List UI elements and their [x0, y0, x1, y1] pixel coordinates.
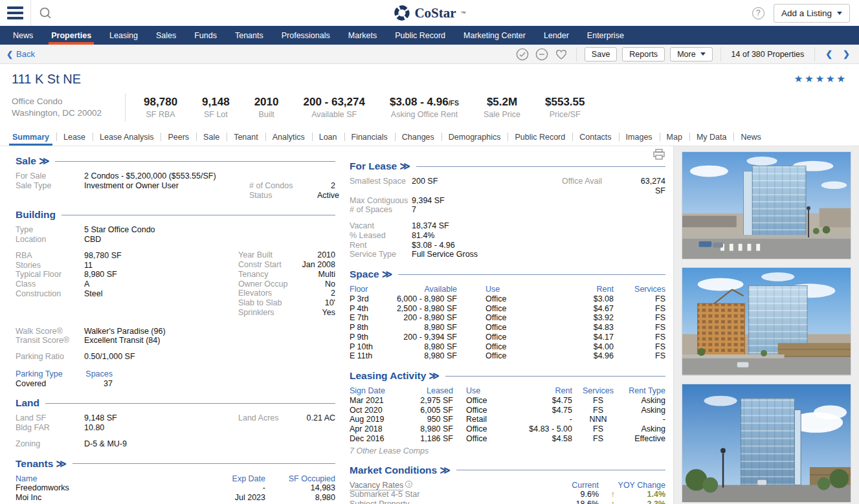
column-header: Use: [457, 285, 554, 294]
favorite-heart-icon[interactable]: [554, 47, 568, 61]
top-bar: CoStar™ ? Add a Listing: [0, 0, 859, 26]
nav-item-funds[interactable]: Funds: [185, 26, 226, 45]
parking-table: Parking Type Spaces Covered 37: [16, 369, 335, 389]
chevron-left-icon: ❮: [6, 50, 13, 59]
tab-tenant[interactable]: Tenant: [227, 128, 265, 146]
nav-item-markets[interactable]: Markets: [339, 26, 386, 45]
tab-financials[interactable]: Financials: [344, 128, 395, 146]
help-icon[interactable]: ?: [405, 481, 412, 488]
property-photo-2[interactable]: [682, 267, 851, 375]
leasing-activity-table: Sign Date Leased Use Rent Services Rent …: [350, 386, 665, 455]
nav-item-public-record[interactable]: Public Record: [386, 26, 454, 45]
leasing-activity-row[interactable]: Apr 20188,980 SFOffice$4.83 - 5.00FSAski…: [350, 424, 665, 434]
nav-item-enterprise[interactable]: Enterprise: [578, 26, 633, 45]
tab-lease-analysis[interactable]: Lease Analysis: [93, 128, 161, 146]
print-icon[interactable]: [653, 149, 665, 163]
field-label: # of Condos: [249, 181, 317, 191]
tab-loan[interactable]: Loan: [312, 128, 344, 146]
tab-lease[interactable]: Lease: [56, 128, 93, 146]
for-lease-section-link[interactable]: For Lease ≫: [350, 160, 410, 172]
sale-section: For Sale 2 Condos - $5,200,000 ($553.55/…: [16, 171, 335, 200]
more-label: More: [677, 50, 695, 59]
vacancy-rates-label[interactable]: Vacancy Rates?: [350, 481, 518, 490]
column-header: Leased: [401, 386, 453, 396]
leasing-activity-section-link[interactable]: Leasing Activity ≫: [350, 370, 440, 382]
leasing-activity-row[interactable]: Dec 20161,186 SFOffice$4.58FSEffective: [350, 434, 665, 444]
summary-left-column: Sale ≫ For Sale 2 Condos - $5,200,000 ($…: [16, 146, 335, 504]
tab-sale[interactable]: Sale: [196, 128, 227, 146]
tab-my-data[interactable]: My Data: [689, 128, 734, 146]
for-lease-section-heading: For Lease ≫: [350, 160, 665, 172]
tab-peers[interactable]: Peers: [161, 128, 196, 146]
field-value: Active: [317, 191, 339, 201]
property-photo-3[interactable]: [682, 384, 851, 503]
space-section-heading: Space ≫: [350, 268, 665, 280]
nav-item-professionals[interactable]: Professionals: [273, 26, 339, 45]
help-icon[interactable]: ?: [752, 7, 764, 19]
leasing-activity-section-heading: Leasing Activity ≫: [350, 370, 665, 382]
market-conditions-section-heading: Market Conditions ≫: [350, 465, 665, 476]
building-section-heading: Building: [16, 209, 335, 221]
add-a-listing-button[interactable]: Add a Listing: [774, 4, 850, 23]
summary-right-column: For Lease ≫ Smallest Space 200 SF Office…: [350, 146, 665, 504]
property-photo-1[interactable]: [682, 151, 851, 259]
field-value: 2: [317, 181, 335, 191]
tab-contacts[interactable]: Contacts: [572, 128, 618, 146]
next-property-button[interactable]: ❯: [840, 49, 853, 59]
column-header: Rent: [554, 285, 614, 294]
parking-ratio: Parking Ratio0.50/1,000 SF: [16, 352, 335, 362]
save-button[interactable]: Save: [585, 47, 618, 61]
tab-images[interactable]: Images: [619, 128, 660, 146]
nav-item-news[interactable]: News: [4, 26, 42, 45]
stat-built: 2010 Built: [254, 96, 279, 119]
nav-item-lender[interactable]: Lender: [535, 26, 578, 45]
tab-public-record[interactable]: Public Record: [508, 128, 572, 146]
search-icon[interactable]: [31, 6, 60, 19]
other-lease-comps-note: 7 Other Lease Comps: [350, 446, 665, 455]
column-header: Current: [518, 481, 599, 490]
sale-section-heading: Sale ≫: [16, 155, 335, 167]
confirm-circle-icon[interactable]: [515, 47, 530, 61]
nav-item-leasing[interactable]: Leasing: [100, 26, 147, 45]
market-conditions-section-link[interactable]: Market Conditions ≫: [350, 465, 451, 476]
tab-changes[interactable]: Changes: [395, 128, 441, 146]
space-row[interactable]: P 8th8,980 SFOffice$4.83FS: [350, 323, 665, 333]
field-label: Sale Type: [16, 181, 84, 191]
leasing-activity-row[interactable]: Aug 2019950 SFRetail-NNN-: [350, 415, 665, 424]
nav-item-marketing-center[interactable]: Marketing Center: [454, 26, 535, 45]
exclude-circle-icon[interactable]: [535, 47, 549, 61]
divider: [125, 93, 126, 122]
nav-item-tenants[interactable]: Tenants: [226, 26, 273, 45]
costar-logo[interactable]: CoStar™: [393, 5, 465, 21]
space-row[interactable]: E 11th8,980 SFOffice$4.96FS: [350, 351, 665, 361]
for-lease-section: Smallest Space 200 SF Office Avail 63,27…: [350, 177, 665, 259]
tab-summary[interactable]: Summary: [5, 128, 56, 146]
arrow-up-icon: ↑: [599, 499, 627, 504]
space-row[interactable]: P 4th2,500 - 8,980 SFOffice$4.67FS: [350, 304, 665, 314]
column-header: Exp Date: [188, 474, 265, 484]
tab-map[interactable]: Map: [660, 128, 689, 146]
more-button[interactable]: More: [670, 47, 712, 61]
space-row[interactable]: P 10th8,980 SFOffice$4.00FS: [350, 342, 665, 352]
space-row[interactable]: P 3rd6,000 - 8,980 SFOffice$3.08FS: [350, 294, 665, 304]
leasing-activity-row[interactable]: Mar 20212,975 SFOffice$4.75FSAsking: [350, 396, 665, 406]
tenants-section-link[interactable]: Tenants ≫: [16, 458, 67, 470]
previous-property-button[interactable]: ❮: [823, 49, 835, 59]
tenant-row[interactable]: Freedomworks - 14,983: [16, 483, 335, 493]
reports-button[interactable]: Reports: [622, 47, 665, 61]
back-button[interactable]: ❮ Back: [6, 49, 35, 59]
tab-analytics[interactable]: Analytics: [265, 128, 312, 146]
nav-item-sales[interactable]: Sales: [147, 26, 185, 45]
sale-section-link[interactable]: Sale ≫: [16, 155, 49, 167]
leasing-activity-row[interactable]: Oct 20206,005 SFOffice$4.75FSAsking: [350, 406, 665, 415]
tab-news[interactable]: News: [733, 128, 768, 146]
nav-item-properties[interactable]: Properties: [42, 26, 100, 45]
column-header: Name: [16, 474, 188, 484]
column-header: Available: [386, 285, 457, 294]
tab-demographics[interactable]: Demographics: [441, 128, 508, 146]
space-section-link[interactable]: Space ≫: [350, 268, 392, 280]
space-row[interactable]: P 9th200 - 9,394 SFOffice$4.17FS: [350, 333, 665, 342]
space-row[interactable]: E 7th200 - 8,980 SFOffice$3.92FS: [350, 313, 665, 323]
tenant-row[interactable]: Moi Inc Jul 2023 8,980: [16, 493, 335, 503]
hamburger-menu-icon[interactable]: [0, 6, 30, 19]
